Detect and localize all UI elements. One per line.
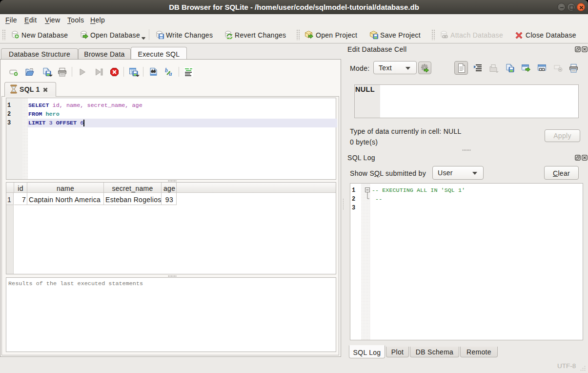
svg-text:b: b: [165, 67, 168, 74]
svg-text:a: a: [169, 70, 172, 77]
